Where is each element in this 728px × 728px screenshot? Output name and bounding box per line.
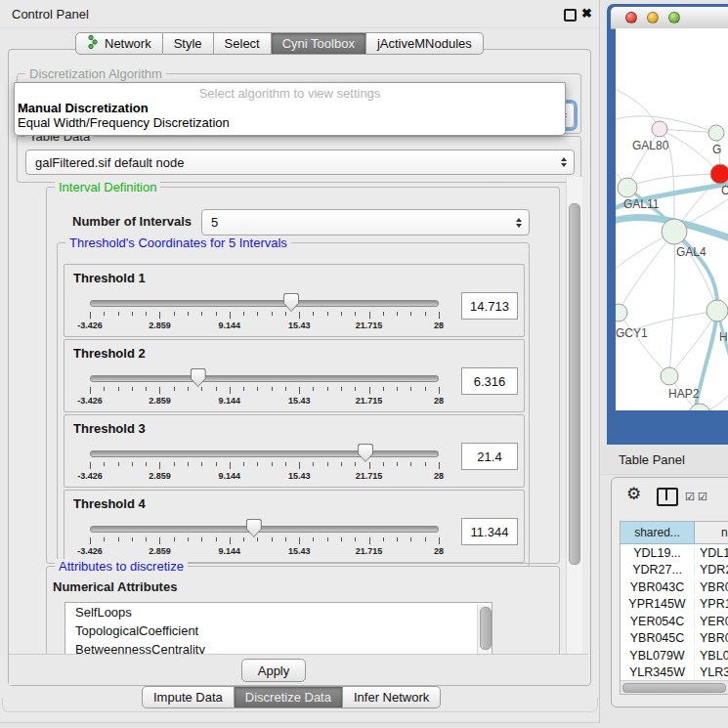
tab-label: jActiveMNodules bbox=[377, 36, 472, 51]
float-window-icon[interactable] bbox=[564, 9, 577, 21]
list-item[interactable]: TopologicalCoefficient bbox=[65, 621, 492, 640]
control-panel-title: Control Panel bbox=[12, 7, 89, 21]
algorithm-option-equal-width[interactable]: Equal Width/Frequency Discretization bbox=[18, 115, 230, 130]
network-view-window: GAL80GCGAL11GAL4GCY1HHAP2 bbox=[607, 4, 728, 445]
threshold-slider[interactable]: -3.4262.8599.14415.4321.71528 bbox=[90, 522, 439, 559]
threshold-value-field[interactable]: 11.344 bbox=[461, 518, 518, 545]
table-row[interactable]: YDL19...YDL1 bbox=[621, 544, 728, 562]
network-icon bbox=[87, 35, 100, 52]
column-header-name[interactable]: n bbox=[695, 522, 728, 543]
table-data-combobox[interactable]: galFiltered.sif default node bbox=[25, 150, 575, 175]
slider-tick bbox=[230, 312, 231, 319]
numerical-attributes-list[interactable]: SelfLoopsTopologicalCoefficientBetweenne… bbox=[64, 602, 492, 654]
tab-network[interactable]: Network bbox=[75, 32, 163, 55]
list-item[interactable]: SelfLoops bbox=[65, 603, 492, 621]
network-node-h[interactable] bbox=[707, 300, 728, 321]
tab-impute-data[interactable]: Impute Data bbox=[142, 686, 235, 708]
checkbox-icon[interactable]: ☑ bbox=[685, 491, 695, 503]
slider-thumb-face bbox=[247, 520, 261, 536]
node-attribute-table[interactable]: shared... n YDL19...YDL1YDR27...YDR2YBR0… bbox=[620, 521, 728, 695]
slider-tick-label: 21.715 bbox=[356, 396, 383, 406]
network-node-hap2[interactable] bbox=[661, 367, 678, 385]
slider-thumb[interactable] bbox=[191, 368, 206, 387]
mac-minimize-light-icon[interactable] bbox=[647, 12, 659, 23]
table-horizontal-scrollbar[interactable] bbox=[621, 680, 728, 694]
network-node-gal4[interactable] bbox=[662, 219, 687, 244]
scrollbar-thumb[interactable] bbox=[622, 683, 726, 693]
mac-close-light-icon[interactable] bbox=[625, 12, 637, 23]
table-row[interactable]: YPR145WYPR1 bbox=[621, 596, 728, 614]
slider-tick-label: 28 bbox=[434, 321, 444, 330]
network-node-gal80[interactable] bbox=[652, 121, 667, 137]
network-edge[interactable] bbox=[619, 313, 669, 376]
network-edge[interactable] bbox=[616, 87, 660, 129]
network-edge[interactable] bbox=[619, 232, 674, 313]
network-edge[interactable] bbox=[674, 232, 717, 311]
slider-tick bbox=[132, 387, 133, 391]
split-columns-icon[interactable] bbox=[657, 488, 678, 506]
slider-tick bbox=[383, 462, 384, 466]
threshold-slider[interactable]: -3.4262.8599.14415.4321.71528 bbox=[90, 371, 439, 408]
slider-tick-label: 9.144 bbox=[219, 321, 241, 330]
close-icon[interactable]: ✖ bbox=[581, 6, 592, 21]
network-node-c[interactable] bbox=[710, 164, 728, 184]
slider-tick bbox=[439, 312, 440, 319]
threshold-slider[interactable]: -3.4262.8599.14415.4321.71528 bbox=[90, 296, 439, 333]
tab-label: Style bbox=[174, 36, 202, 51]
number-of-intervals-combobox[interactable]: 5 bbox=[201, 209, 530, 236]
threshold-slider[interactable]: -3.4262.8599.14415.4321.71528 bbox=[90, 447, 439, 484]
scrollbar-thumb[interactable] bbox=[480, 607, 492, 650]
slider-track[interactable] bbox=[90, 300, 439, 307]
settings-vertical-scrollbar[interactable] bbox=[566, 177, 582, 654]
slider-track[interactable] bbox=[90, 450, 439, 457]
slider-tick bbox=[201, 462, 202, 466]
network-edge[interactable] bbox=[669, 232, 675, 376]
tab-jactivemnodules[interactable]: jActiveMNodules bbox=[366, 32, 484, 55]
slider-thumb[interactable] bbox=[358, 444, 373, 462]
table-row[interactable]: YBL079WYBL0 bbox=[621, 647, 728, 664]
algorithm-option-manual[interactable]: Manual Discretization bbox=[18, 101, 149, 115]
slider-track[interactable] bbox=[90, 526, 439, 533]
table-row[interactable]: YER054CYER0 bbox=[621, 613, 728, 630]
slider-tick bbox=[188, 387, 189, 391]
tab-infer-network[interactable]: Infer Network bbox=[343, 686, 441, 708]
mac-zoom-light-icon[interactable] bbox=[668, 12, 680, 23]
gear-icon[interactable]: ⚙ bbox=[626, 484, 641, 504]
network-canvas[interactable]: GAL80GCGAL11GAL4GCY1HHAP2 bbox=[616, 28, 728, 410]
attributes-list-scrollbar[interactable] bbox=[477, 605, 491, 654]
tab-cyni-toolbox[interactable]: Cyni Toolbox bbox=[272, 32, 366, 55]
list-item[interactable]: BetweennessCentrality bbox=[65, 640, 492, 654]
table-row[interactable]: YLR345WYLR3 bbox=[621, 664, 728, 682]
tab-select[interactable]: Select bbox=[214, 32, 272, 55]
tab-label: Discretize Data bbox=[245, 690, 331, 705]
slider-tick bbox=[216, 537, 217, 541]
table-panel-titlebar: Table Panel bbox=[600, 446, 728, 475]
network-node-gal11[interactable] bbox=[618, 178, 637, 197]
slider-track[interactable] bbox=[90, 375, 439, 382]
slider-thumb[interactable] bbox=[246, 519, 262, 537]
slider-thumb[interactable] bbox=[283, 293, 299, 312]
network-node-gcy1[interactable] bbox=[616, 304, 627, 321]
slider-tick bbox=[327, 537, 328, 541]
table-row[interactable]: YBR043CYBR0 bbox=[621, 578, 728, 596]
cell-shared-name: YBR045C bbox=[621, 631, 695, 645]
tab-style[interactable]: Style bbox=[163, 32, 214, 55]
threshold-value-field[interactable]: 6.316 bbox=[461, 367, 518, 395]
slider-tick bbox=[146, 537, 147, 541]
slider-tick-label: 15.43 bbox=[288, 546, 311, 556]
cell-name: YDR2 bbox=[695, 563, 728, 577]
threshold-value-field[interactable]: 14.713 bbox=[461, 292, 518, 320]
scrollbar-thumb[interactable] bbox=[569, 203, 580, 565]
slider-tick-label: 21.715 bbox=[356, 546, 383, 556]
cell-shared-name: YPR145W bbox=[621, 597, 695, 611]
slider-tick bbox=[118, 387, 119, 391]
apply-button[interactable]: Apply bbox=[241, 659, 306, 682]
slider-thumb-face bbox=[284, 294, 298, 311]
column-header-shared-name[interactable]: shared... bbox=[621, 522, 695, 543]
table-row[interactable]: YBR045CYBR0 bbox=[621, 630, 728, 648]
tab-discretize-data[interactable]: Discretize Data bbox=[235, 686, 343, 708]
network-node-g[interactable] bbox=[708, 125, 724, 141]
table-row[interactable]: YDR27...YDR2 bbox=[621, 562, 728, 579]
checkbox-icon[interactable]: ☑ bbox=[698, 491, 707, 503]
threshold-value-field[interactable]: 21.4 bbox=[461, 443, 518, 470]
